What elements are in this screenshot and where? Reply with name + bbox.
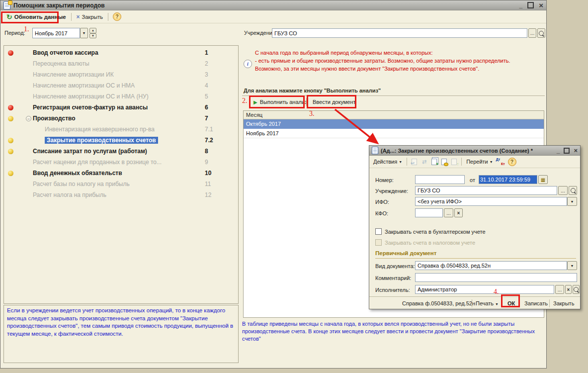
task-item-6[interactable]: Регистрация счетов-фактур на авансы6 [4,102,238,113]
post-document-icon[interactable] [440,158,448,166]
task-item-11[interactable]: Расчет базы по налогу на прибыль11 [4,179,238,190]
magnifier-icon [539,31,544,36]
executor-select-button[interactable]: ... [555,285,564,294]
dt-kt-icon[interactable]: Дт Кт [496,158,505,166]
dialog-help-icon[interactable]: ? [508,158,516,166]
goto-menu-button[interactable]: Перейти ▼ [465,158,495,166]
maximize-button[interactable] [527,2,534,8]
info-message-line: Возможно, за эти месяцы нужно ввести док… [255,65,543,73]
step-down-icon[interactable]: ▼ [89,33,96,39]
task-item-4[interactable]: Начисление амортизации ОС и НМА4 [4,81,238,92]
ifo-input[interactable] [415,197,567,206]
reread-form-icon[interactable]: ⇄ [420,158,428,166]
report-button[interactable]: Справка ф.0504833, ред.52н [402,300,475,306]
status-bullet-red [8,105,13,110]
collapse-toggle-icon[interactable]: − [26,116,31,121]
institution-search-button[interactable] [537,28,545,38]
task-item-10[interactable]: Ввод денежных обязательств10 [4,168,238,179]
refresh-data-button[interactable]: ↻ Обновить данные [3,13,70,21]
period-dropdown-button[interactable]: ▼ [80,28,88,38]
print-button[interactable]: Печать ▼ [476,300,499,306]
dialog-institution-input[interactable] [415,186,557,195]
task-item-3[interactable]: Начисление амортизации ИК3 [4,70,238,81]
kfo-label: КФО: [375,210,388,216]
task-label: Инвентаризация незавершенного пр-ва [45,126,155,133]
task-number: 10 [205,170,226,177]
task-number: 11 [205,181,226,187]
task-label: Закрытие производственных счетов [45,137,158,144]
ifo-label: ИФО: [375,199,389,205]
task-item-7[interactable]: −Производство7 [4,113,238,124]
task-number: 3 [205,71,226,78]
doc-kind-label: Вид документа: [375,263,415,269]
window-title: Помощник закрытия периодов [13,2,105,9]
save-button[interactable]: Записать [524,300,548,306]
kfo-input[interactable] [415,208,443,217]
calendar-button[interactable]: ▦ [538,175,548,184]
unpost-document-icon[interactable]: ↑ [450,158,458,166]
institution-find-button[interactable] [569,186,577,195]
actions-menu-button[interactable]: Действия ▼ [372,158,404,166]
task-number: 6 [205,104,226,111]
help-icon[interactable]: ? [113,12,121,21]
enter-document-button[interactable]: Ввести документ [311,97,358,106]
ok-button[interactable]: ОК [507,300,515,306]
info-message-line: С начала года по выбранный период обнару… [255,49,543,57]
task-label: Начисление амортизации ОС и НМА (НУ) [33,93,149,100]
executor-input[interactable] [415,285,554,294]
dialog-minimize-button[interactable]: _ [557,149,560,152]
dialog-close-footer-button[interactable]: Закрыть [553,300,574,306]
institution-ellipsis-button[interactable]: ... [528,28,536,38]
doc-kind-dropdown-button[interactable]: ▼ [567,261,577,270]
period-input[interactable] [32,28,80,38]
dialog-maximize-button[interactable] [564,148,570,154]
status-bullet-yellow [8,171,13,176]
run-analysis-button[interactable]: ▶ Выполнить анализ [252,97,309,106]
task-item-7.2[interactable]: Закрытие производственных счетов7.2 [4,135,238,146]
task-item-12[interactable]: Расчет налога на прибыль12 [4,190,238,201]
info-icon: i [244,60,252,68]
reread-icon[interactable]: ↩ [410,158,419,166]
main-toolbar: ↻ Обновить данные × Закрыть ? [0,10,546,23]
period-stepper[interactable]: ▲ ▼ [89,28,96,38]
institution-input[interactable] [272,28,527,38]
month-row[interactable]: Ноябрь 2017 [244,129,544,138]
task-item-7.1[interactable]: Инвентаризация незавершенного пр-ва7.1 [4,124,238,135]
close-button[interactable]: × [539,2,543,8]
task-number: 7.2 [205,137,226,144]
number-input[interactable] [415,175,465,184]
executor-clear-button[interactable]: × [565,285,572,294]
comment-input[interactable] [415,273,577,282]
task-item-5[interactable]: Начисление амортизации ОС и НМА (НУ)5 [4,92,238,102]
months-table-body: Октябрь 2017Ноябрь 2017 [244,119,544,138]
copy-icon[interactable]: + [430,158,438,166]
date-input[interactable] [479,175,537,184]
executor-find-button[interactable] [573,285,580,294]
task-item-9[interactable]: Расчет наценки для проданных в рознице т… [4,157,238,168]
kfo-select-button[interactable]: ... [444,208,453,217]
comment-label: Комментарий: [375,275,411,281]
minimize-button[interactable]: _ [519,4,523,7]
step-up-icon[interactable]: ▲ [89,28,96,33]
task-item-1[interactable]: Ввод отчетов кассира1 [4,48,238,59]
period-combobox[interactable]: ▼ [32,28,88,38]
months-table-header: Месяц [244,111,544,119]
month-row[interactable]: Октябрь 2017 [244,119,544,129]
chevron-down-icon: ▼ [495,302,499,306]
close-window-button[interactable]: × Закрыть [73,12,106,21]
refresh-icon: ↻ [6,14,12,20]
doc-kind-input[interactable] [415,261,567,270]
dialog-title: (Ад...: Закрытие производственных счетов… [381,148,533,154]
dialog-institution-label: Учреждение: [375,188,408,194]
kfo-clear-button[interactable]: × [454,208,463,217]
chevron-down-icon: ▼ [399,160,402,164]
dialog-close-button[interactable]: × [574,148,578,154]
task-item-2[interactable]: Переоценка валюты2 [4,59,238,70]
status-bullet-red [8,50,13,56]
institution-select-button[interactable]: ... [558,186,568,195]
magnifier-icon [571,188,576,193]
close-accounting-checkbox[interactable] [375,228,382,235]
ifo-dropdown-button[interactable]: ▼ [567,197,577,206]
toolbar-separator [407,158,407,166]
task-item-8[interactable]: Списание затрат по услугам (работам)8 [4,146,238,157]
